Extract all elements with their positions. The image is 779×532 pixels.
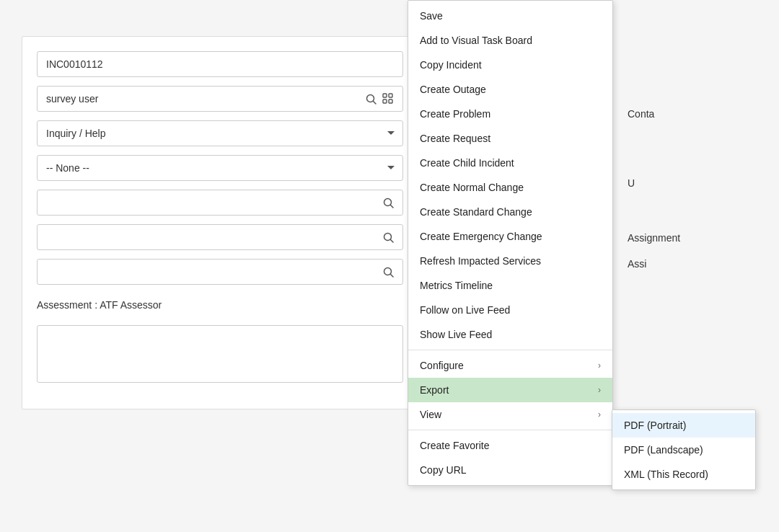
caller-search-icon[interactable] <box>363 91 379 107</box>
menu-item-export[interactable]: Export› <box>408 378 612 402</box>
svg-line-9 <box>391 239 394 242</box>
submenu-item-xml-record[interactable]: XML (This Record) <box>612 462 755 487</box>
menu-item-create-child-incident[interactable]: Create Child Incident <box>408 151 612 175</box>
caller-grid-icon[interactable] <box>379 90 397 107</box>
category-select[interactable]: Inquiry / Help Software Hardware Network <box>37 120 403 146</box>
form-area: Inquiry / Help Software Hardware Network… <box>22 36 418 409</box>
incident-number-input[interactable] <box>37 51 403 77</box>
field3-search-icon[interactable] <box>380 264 397 280</box>
incident-number-row <box>37 51 403 77</box>
menu-item-label-follow-live-feed: Follow on Live Feed <box>420 304 510 316</box>
menu-item-copy-incident[interactable]: Copy Incident <box>408 53 612 77</box>
menu-item-show-live-feed[interactable]: Show Live Feed <box>408 322 612 347</box>
menu-item-label-add-visual-task: Add to Visual Task Board <box>420 35 532 46</box>
menu-item-label-save: Save <box>420 10 443 22</box>
right-content: Conta U Assignment Assi <box>620 101 779 291</box>
menu-item-refresh-impacted[interactable]: Refresh Impacted Services <box>408 249 612 273</box>
menu-item-create-problem[interactable]: Create Problem <box>408 102 612 126</box>
menu-item-create-normal-change[interactable]: Create Normal Change <box>408 175 612 200</box>
caller-field-wrapper <box>37 86 403 112</box>
menu-item-label-show-live-feed: Show Live Feed <box>420 329 492 340</box>
field2-wrapper <box>37 224 403 250</box>
description-textarea[interactable] <box>37 325 403 383</box>
chevron-icon-export: › <box>598 385 601 395</box>
field2-row <box>37 224 403 250</box>
submenu-item-pdf-portrait[interactable]: PDF (Portrait) <box>612 413 755 438</box>
field3-wrapper <box>37 259 403 285</box>
field1-row <box>37 190 403 216</box>
menu-item-save[interactable]: Save <box>408 4 612 28</box>
assessment-label: Assessment : ATF Assessor <box>37 293 403 316</box>
menu-item-label-view: View <box>420 409 441 420</box>
export-submenu: PDF (Portrait)PDF (Landscape)XML (This R… <box>612 409 756 490</box>
menu-item-label-copy-url: Copy URL <box>420 464 467 476</box>
assignment-label: Assignment <box>628 232 772 244</box>
caller-row <box>37 86 403 112</box>
menu-item-metrics-timeline[interactable]: Metrics Timeline <box>408 273 612 298</box>
menu-item-create-request[interactable]: Create Request <box>408 126 612 151</box>
svg-rect-3 <box>389 94 392 97</box>
field1-input[interactable] <box>46 197 380 208</box>
field1-search-icon[interactable] <box>380 195 397 211</box>
menu-divider-14 <box>408 350 612 350</box>
menu-item-label-create-problem: Create Problem <box>420 108 490 120</box>
menu-item-label-metrics-timeline: Metrics Timeline <box>420 280 493 291</box>
urgency-label: U <box>628 177 772 189</box>
menu-item-view[interactable]: View› <box>408 402 612 427</box>
submenu-item-pdf-landscape[interactable]: PDF (Landscape) <box>612 438 755 462</box>
field2-search-icon[interactable] <box>380 229 397 246</box>
svg-rect-4 <box>383 99 387 103</box>
menu-item-label-create-request: Create Request <box>420 133 490 144</box>
menu-item-configure[interactable]: Configure› <box>408 353 612 378</box>
field1-wrapper <box>37 190 403 216</box>
menu-item-label-export: Export <box>420 384 449 396</box>
textarea-row <box>37 325 403 386</box>
menu-item-label-create-favorite: Create Favorite <box>420 440 489 451</box>
menu-item-create-outage[interactable]: Create Outage <box>408 77 612 102</box>
subcategory-select[interactable]: -- None -- <box>37 155 403 181</box>
chevron-icon-configure: › <box>598 360 601 371</box>
chevron-icon-view: › <box>598 409 601 420</box>
menu-item-create-emergency-change[interactable]: Create Emergency Change <box>408 224 612 249</box>
subcategory-row: -- None -- <box>37 155 403 181</box>
field3-row <box>37 259 403 285</box>
menu-item-label-create-standard-change: Create Standard Change <box>420 206 532 218</box>
field2-input[interactable] <box>46 231 380 243</box>
category-row: Inquiry / Help Software Hardware Network <box>37 120 403 146</box>
menu-item-label-create-child-incident: Create Child Incident <box>420 157 514 169</box>
assign2-label: Assi <box>628 258 772 270</box>
menu-item-copy-url[interactable]: Copy URL <box>408 458 612 482</box>
menu-item-label-create-normal-change: Create Normal Change <box>420 182 524 193</box>
menu-item-follow-live-feed[interactable]: Follow on Live Feed <box>408 298 612 322</box>
svg-rect-2 <box>383 94 387 97</box>
svg-line-1 <box>374 101 377 104</box>
menu-divider-bottom <box>408 430 612 430</box>
field3-input[interactable] <box>46 266 380 278</box>
assessment-row: Assessment : ATF Assessor <box>37 293 403 316</box>
menu-item-create-standard-change[interactable]: Create Standard Change <box>408 200 612 224</box>
caller-input[interactable] <box>46 93 363 105</box>
menu-item-label-configure: Configure <box>420 360 464 371</box>
menu-item-label-create-outage: Create Outage <box>420 84 486 95</box>
contact-label: Conta <box>628 108 772 120</box>
svg-line-7 <box>391 205 394 208</box>
menu-item-label-copy-incident: Copy Incident <box>420 59 482 71</box>
context-menu: SaveAdd to Visual Task BoardCopy Inciden… <box>408 0 613 486</box>
menu-item-add-visual-task[interactable]: Add to Visual Task Board <box>408 28 612 53</box>
menu-item-create-favorite[interactable]: Create Favorite <box>408 433 612 458</box>
svg-line-11 <box>391 274 394 277</box>
menu-item-label-create-emergency-change: Create Emergency Change <box>420 231 542 242</box>
menu-item-label-refresh-impacted: Refresh Impacted Services <box>420 255 541 267</box>
svg-rect-5 <box>389 99 392 103</box>
